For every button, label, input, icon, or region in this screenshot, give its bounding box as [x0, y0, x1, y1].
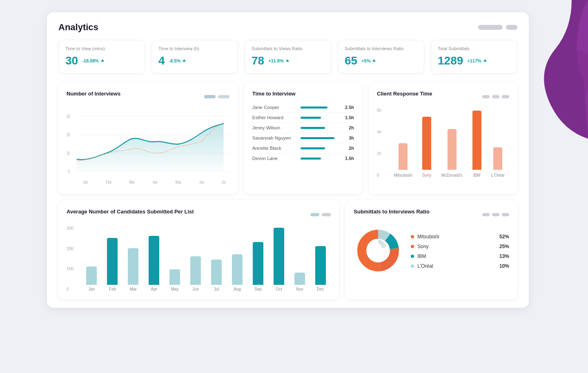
- kpi-card-1: Time to Interview (h) 4 -8.5%: [151, 40, 238, 73]
- legend-name-3: L'Oréal: [411, 263, 499, 269]
- svg-text:Apr: Apr: [153, 180, 158, 185]
- crt-chart-wrapper: 6h 4h 2h 0 Mitsubishi Sony McDonald's IB…: [377, 108, 509, 178]
- cand-lp2: [322, 213, 331, 216]
- svg-text:Jun: Jun: [199, 180, 205, 185]
- tti-val-4: 2h: [349, 146, 354, 151]
- legend-item-1: Sony 25%: [411, 242, 509, 251]
- interviews-legend: [204, 95, 229, 98]
- tti-chart-card: Time to Interview Jane Cooper 2.5h Esthe…: [244, 82, 362, 194]
- kpi-value-row-2: 78 +11.8%: [252, 54, 324, 67]
- legend-item-0: Mitsubishi 52%: [411, 232, 509, 242]
- tti-val-0: 2.5h: [345, 105, 354, 110]
- tti-name-1: Esther Howard: [252, 115, 297, 120]
- crt-pair-1: [422, 117, 431, 170]
- candidates-header: Average Number of Candidates Submitted P…: [67, 209, 331, 220]
- cand-bar-6: [211, 260, 222, 285]
- crt-bars: Mitsubishi Sony McDonald's IBM L'Oréal: [377, 108, 509, 178]
- tti-val-2: 2h: [349, 125, 354, 130]
- kpi-label-4: Total Submittals: [438, 46, 510, 51]
- kpi-change-3: +5%: [361, 58, 376, 63]
- svg-text:0: 0: [68, 169, 70, 174]
- legend-pct-1: 25%: [499, 244, 509, 249]
- legend-pct-2: 13%: [499, 253, 509, 259]
- cand-lp1: [310, 213, 319, 216]
- pill-2: [506, 25, 517, 30]
- candidates-title: Average Number of Candidates Submitted P…: [67, 209, 194, 215]
- cand-label-4: May: [171, 287, 179, 291]
- tti-name-3: Savannah Nguyen: [252, 135, 297, 140]
- ratio-header: Submittals to Interviews Ratio: [354, 209, 509, 220]
- kpi-change-0: -18.08%: [82, 58, 105, 63]
- cand-bar-3: [149, 236, 159, 285]
- kpi-card-3: Submittals to Interviews Ratio 65 +5%: [338, 40, 424, 73]
- legend-item-2: IBM 13%: [411, 251, 509, 261]
- crt-pair-0: [399, 143, 408, 170]
- legend-dot-0: [411, 235, 414, 238]
- crt-group-1: Sony: [422, 117, 432, 178]
- kpi-label-0: Time to View (mins): [65, 46, 138, 51]
- legend-pill-2: [218, 95, 229, 98]
- cand-group-1: Feb: [107, 238, 118, 291]
- tti-bar-wrap-0: [301, 107, 342, 109]
- cand-bar-0: [86, 266, 97, 285]
- crt-pair-3: [472, 111, 481, 170]
- cand-bar-10: [294, 273, 305, 285]
- tti-bar-4: [301, 147, 325, 149]
- tti-row-0: Jane Cooper 2.5h: [252, 102, 354, 113]
- analytics-header: Analytics: [58, 22, 517, 33]
- crt-group-2: McDonald's: [441, 129, 463, 178]
- cand-label-10: Nov: [296, 287, 303, 291]
- tti-val-3: 3h: [349, 135, 354, 140]
- cand-label-0: Jan: [88, 287, 95, 291]
- tti-row-5: Devon Lane 1.5h: [252, 153, 354, 163]
- tti-bar-wrap-2: [301, 127, 345, 129]
- tti-name-0: Jane Cooper: [252, 105, 297, 110]
- kpi-change-2: +11.8%: [268, 58, 290, 63]
- kpi-value-2: 78: [252, 54, 264, 67]
- cand-label-5: Jun: [192, 287, 199, 291]
- cand-label-7: Aug: [234, 287, 241, 291]
- interviews-chart-card: Number of Interviews 30: [58, 82, 238, 194]
- cand-label-2: Mar: [130, 287, 137, 291]
- interviews-chart-header: Number of Interviews: [67, 91, 229, 102]
- tti-row-4: Annette Black 2h: [252, 143, 354, 153]
- legend-dot-3: [411, 264, 414, 268]
- cand-label-11: Dec: [317, 287, 324, 291]
- cand-label-9: Oct: [276, 287, 282, 291]
- crt-legend: [482, 95, 509, 98]
- analytics-card: Analytics Time to View (mins) 30 -18.08%…: [47, 12, 529, 308]
- svg-text:20: 20: [67, 132, 70, 138]
- cand-bars: Jan Feb Mar Apr May Jun Jul Aug Sep Oct …: [67, 226, 331, 291]
- tti-bar-0: [301, 107, 327, 109]
- kpi-value-row-3: 65 +5%: [345, 54, 417, 67]
- tti-bar-5: [301, 158, 321, 160]
- line-chart: 30 20 10 0 Jan Feb Mar Apr May Jun Jul: [67, 108, 229, 186]
- tti-table: Jane Cooper 2.5h Esther Howard 1.5h Jenn…: [252, 102, 354, 163]
- crt-chart-card: Client Response Time 6h 4h 2h 0: [369, 82, 517, 194]
- cand-bar-8: [253, 242, 263, 285]
- svg-text:10: 10: [67, 151, 70, 156]
- kpi-card-2: Submittals to Views Ratio 78 +11.8%: [245, 40, 331, 73]
- kpi-change-1: -8.5%: [169, 58, 187, 63]
- tti-bar-wrap-1: [301, 117, 342, 119]
- crt-label-3: IBM: [473, 173, 481, 178]
- cand-bar-5: [190, 256, 201, 285]
- crt-label-1: Sony: [422, 173, 432, 178]
- cand-group-5: Jun: [190, 256, 201, 291]
- cand-group-6: Jul: [211, 260, 222, 291]
- ratio-title: Submittals to Interviews Ratio: [354, 209, 430, 215]
- svg-text:Jan: Jan: [83, 180, 88, 185]
- legend-pill-1: [204, 95, 216, 98]
- cand-label-3: Apr: [151, 287, 158, 291]
- cand-bar-7: [232, 254, 243, 285]
- crt-label-2: McDonald's: [441, 173, 463, 178]
- tti-row-2: Jenny Wilson 2h: [252, 123, 354, 133]
- interviews-chart-title: Number of Interviews: [67, 91, 120, 97]
- kpi-card-0: Time to View (mins) 30 -18.08%: [58, 40, 145, 73]
- cand-group-11: Dec: [315, 246, 326, 291]
- svg-text:Feb: Feb: [106, 180, 111, 185]
- cand-group-2: Mar: [128, 248, 138, 291]
- cand-label-8: Sep: [254, 287, 262, 291]
- cand-group-10: Nov: [294, 273, 305, 291]
- cand-group-4: May: [169, 269, 180, 291]
